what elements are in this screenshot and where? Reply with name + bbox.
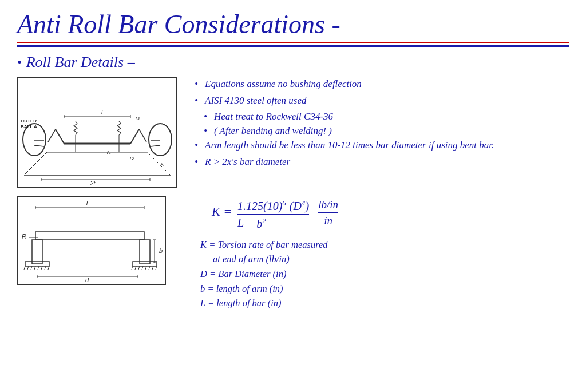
svg-text:b: b <box>159 247 163 254</box>
bullet-item-5: R > 2x's bar diameter <box>195 156 569 169</box>
svg-text:d: d <box>85 276 89 283</box>
svg-line-51 <box>135 266 136 270</box>
svg-line-47 <box>48 266 49 270</box>
formula-denom-L: L <box>237 216 244 229</box>
var-def-D: D = Bar Diameter (in) <box>200 267 569 282</box>
svg-line-42 <box>31 266 32 270</box>
formula-block: K = 1.125(10)6 (D4) L b2 lb/in i <box>189 199 569 231</box>
svg-rect-38 <box>32 240 42 264</box>
svg-line-13 <box>151 145 160 146</box>
page: Anti Roll Bar Considerations - • Roll Ba… <box>0 0 586 392</box>
bullet-item-3: ( After bending and welding! ) <box>195 125 569 138</box>
left-column-bottom: l R <box>17 196 177 285</box>
formula-lhs: K = <box>212 199 232 219</box>
svg-line-57 <box>156 266 157 270</box>
svg-line-11 <box>34 145 44 146</box>
svg-line-53 <box>142 266 143 270</box>
svg-line-18 <box>139 129 146 142</box>
svg-text:2t: 2t <box>90 180 96 187</box>
svg-text:r₂: r₂ <box>130 155 134 161</box>
svg-line-43 <box>34 266 35 270</box>
red-line <box>17 42 569 43</box>
svg-line-56 <box>152 266 153 270</box>
top-content-row: 2t <box>17 77 569 188</box>
svg-line-15 <box>56 129 64 144</box>
svg-text:A: A <box>160 161 164 167</box>
blue-line <box>17 45 569 47</box>
svg-text:OUTER: OUTER <box>21 118 37 124</box>
var-definitions: K = Torsion rate of bar measured at end … <box>189 237 569 311</box>
bullet-item-4: Arm length should be less than 10-12 tim… <box>195 139 569 152</box>
right-column-bottom: K = 1.125(10)6 (D4) L b2 lb/in i <box>189 196 569 311</box>
page-title: Anti Roll Bar Considerations - <box>17 10 569 39</box>
formula-k-equals: K = <box>212 204 232 219</box>
left-column-top: 2t <box>17 77 183 188</box>
bar-diagram: l R <box>17 196 166 285</box>
suspension-diagram: 2t <box>17 77 177 188</box>
formula-numerator-2: (D4) <box>290 199 309 213</box>
svg-text:R: R <box>22 233 26 240</box>
svg-line-41 <box>27 266 29 270</box>
svg-text:BALL A: BALL A <box>21 124 37 129</box>
section-bullet: • <box>17 56 22 69</box>
svg-line-55 <box>149 266 150 270</box>
var-def-L: L = length of bar (in) <box>200 296 569 311</box>
bullet-item-1: AISI 4130 steel often used <box>195 94 569 108</box>
svg-line-46 <box>45 266 46 270</box>
formula-units-den: in <box>324 213 332 227</box>
bullet-list: Equations assume no bushing deflection A… <box>195 78 569 169</box>
var-def-b: b = length of arm (in) <box>200 282 569 296</box>
svg-line-16 <box>130 129 139 144</box>
svg-text:l: l <box>101 109 103 116</box>
svg-line-52 <box>138 266 140 270</box>
var-def-K1: K = Torsion rate of bar measured <box>200 237 569 252</box>
svg-line-45 <box>41 266 42 270</box>
divider-lines <box>17 42 569 47</box>
right-column-top: Equations assume no bushing deflection A… <box>195 77 569 188</box>
suspension-svg: 2t <box>18 78 176 187</box>
svg-point-9 <box>149 124 172 156</box>
formula-units-num: lb/in <box>318 199 338 213</box>
svg-line-17 <box>48 129 56 142</box>
bottom-content-row: l R <box>17 196 569 311</box>
svg-line-40 <box>24 266 25 270</box>
svg-rect-48 <box>140 240 150 264</box>
svg-text:r₁: r₁ <box>107 149 111 155</box>
svg-rect-37 <box>35 232 144 240</box>
svg-line-54 <box>145 266 146 270</box>
formula-numerator-1: 1.125(10)6 <box>237 199 286 213</box>
section-heading-text: Roll Bar Details – <box>26 54 135 71</box>
formula-denom-b: b2 <box>256 216 266 231</box>
svg-line-44 <box>38 266 39 270</box>
svg-text:r₃: r₃ <box>136 115 140 121</box>
section-heading: • Roll Bar Details – <box>17 54 569 71</box>
bullet-item-0: Equations assume no bushing deflection <box>195 78 569 91</box>
bullet-item-2: Heat treat to Rockwell C34-36 <box>195 110 569 124</box>
svg-text:l: l <box>86 200 88 207</box>
svg-line-50 <box>132 266 133 270</box>
bar-svg: l R <box>18 197 165 284</box>
var-def-K2: at end of arm (lb/in) <box>200 252 569 267</box>
